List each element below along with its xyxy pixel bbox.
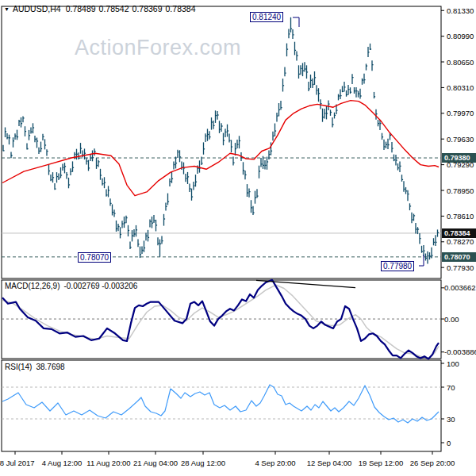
time-axis-label[interactable]: 12 Sep 04:00: [307, 459, 352, 467]
chart-canvas[interactable]: [0, 0, 476, 476]
macd-indicator-name: MACD(12,26,9): [5, 282, 60, 290]
price-axis-tag: 0.78384: [442, 228, 476, 238]
price-axis-tick-label[interactable]: 0.77930: [447, 263, 474, 272]
macd-axis-tick-label[interactable]: 0.00: [444, 315, 459, 324]
symbol-label: AUDUSD,H4: [13, 4, 61, 13]
time-axis-label[interactable]: 28 Aug 12:00: [181, 459, 225, 467]
rsi-axis-tick-label[interactable]: 70: [447, 383, 455, 392]
price-axis-tag: 0.79380: [442, 153, 476, 163]
price-axis-tick-label[interactable]: 0.79970: [447, 109, 474, 117]
time-axis-label[interactable]: 19 Sep 12:00: [359, 459, 404, 467]
time-axis-label[interactable]: 26 Sep 20:00: [410, 459, 455, 467]
macd-axis-tick-label[interactable]: 0.003662: [444, 283, 476, 292]
quote-open: 0.78489: [66, 4, 96, 13]
watermark: ActionForex.com: [75, 36, 241, 60]
price-axis-tick-label[interactable]: 0.80650: [447, 58, 474, 67]
rsi-axis-tick-label[interactable]: 0: [447, 439, 451, 447]
time-axis-label[interactable]: 21 Aug 04:00: [133, 459, 178, 467]
price-axis-tag: 0.78070: [442, 252, 476, 262]
macd-panel-title: MACD(12,26,9)-0.002769 -0.003206: [5, 282, 137, 290]
time-axis-label[interactable]: 4 Sep 20:00: [255, 459, 295, 467]
price-axis-tick-label[interactable]: 0.78610: [447, 212, 474, 221]
quote-high: 0.78542: [99, 4, 129, 13]
price-annotation-low[interactable]: 0.77980: [381, 261, 414, 271]
macd-indicator-values: -0.002769 -0.003206: [63, 282, 137, 290]
time-axis-label[interactable]: 28 Jul 2017: [0, 459, 35, 467]
macd-axis-tick-label[interactable]: -0.003886: [444, 347, 476, 356]
rsi-axis-tick-label[interactable]: 30: [447, 415, 455, 424]
quote-low: 0.78369: [132, 4, 163, 13]
time-axis-label[interactable]: 11 Aug 20:00: [86, 459, 130, 467]
price-axis-tick-label[interactable]: 0.80990: [447, 32, 474, 40]
price-axis-tick-label[interactable]: 0.79630: [447, 135, 474, 144]
rsi-panel-title: RSI(14)38.7698: [5, 363, 65, 371]
symbol-line: ▼AUDUSD,H40.784890.785420.783690.78384: [4, 4, 199, 13]
price-annotation-support[interactable]: 0.78070: [78, 252, 111, 263]
rsi-indicator-values: 38.7698: [36, 363, 64, 371]
rsi-axis-tick-label[interactable]: 100: [447, 359, 459, 368]
quote-close: 0.78384: [166, 4, 196, 13]
price-axis-tick-label[interactable]: 0.78950: [447, 186, 474, 195]
price-axis-tick-label[interactable]: 0.80310: [447, 83, 474, 92]
symbol-dropdown-icon[interactable]: ▼: [4, 6, 10, 12]
rsi-indicator-name: RSI(14): [5, 363, 32, 371]
price-axis-tick-label[interactable]: 0.78270: [447, 237, 474, 246]
trading-chart-window: ActionForex.com ▼AUDUSD,H40.784890.78542…: [0, 0, 476, 476]
price-annotation-high[interactable]: 0.81240: [250, 12, 283, 22]
time-axis-label[interactable]: 4 Aug 12:00: [42, 459, 83, 467]
price-axis-tick-label[interactable]: 0.81330: [447, 6, 474, 15]
